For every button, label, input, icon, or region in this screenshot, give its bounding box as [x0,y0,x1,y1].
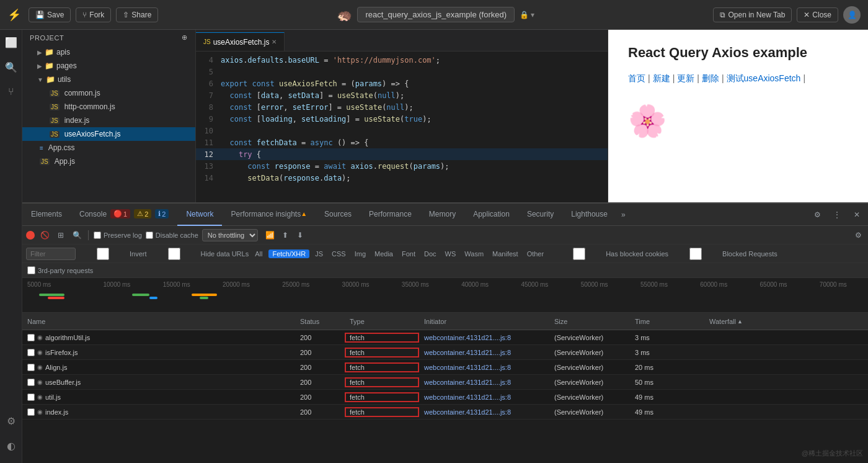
tab-console[interactable]: Console 🔴 1 ⚠ 2 ℹ 2 [71,204,177,226]
search-network-icon[interactable]: 🔍 [71,229,83,241]
table-row-2[interactable]: ◉ Align.js 200 fetch webcontainer.4131d2… [22,360,868,375]
clear-log-icon[interactable]: 🚫 [38,229,51,241]
record-button[interactable] [26,231,35,240]
filter-media-button[interactable]: Media [371,249,396,258]
has-blocked-cookies-checkbox[interactable]: Has blocked cookies [554,248,668,260]
wifi-icon[interactable]: 📶 [264,229,277,241]
row-checkbox-1[interactable] [27,349,35,356]
share-button[interactable]: ⇧ Share [116,7,158,22]
git-icon[interactable]: ⑂ [4,84,19,99]
tree-item-common-js[interactable]: JS common.js [22,86,195,100]
tab-lighthouse[interactable]: Lighthouse [562,204,616,226]
td-initiator-0[interactable]: webcontainer.4131d21....js:8 [419,334,549,341]
search-icon[interactable]: 🔍 [4,60,19,74]
nav-home-link[interactable]: 首页 [628,73,645,84]
tab-performance[interactable]: Performance [360,204,420,226]
devtools-more-icon[interactable]: ⋮ [828,206,846,223]
more-tabs-button[interactable]: » [616,210,631,219]
row-checkbox-2[interactable] [27,364,35,371]
filter-icon[interactable]: ⊞ [55,229,67,241]
tab-security[interactable]: Security [518,204,562,226]
settings-icon[interactable]: ⚙ [4,413,19,428]
blocked-requests-checkbox[interactable]: Blocked Requests [671,248,777,260]
preserve-log-input[interactable] [94,232,101,239]
th-initiator[interactable]: Initiator [419,318,549,325]
open-new-tab-button[interactable]: ⧉ Open in New Tab [713,7,792,22]
disable-cache-checkbox[interactable]: Disable cache [146,232,198,239]
row-checkbox-4[interactable] [27,393,35,401]
th-size[interactable]: Size [549,318,630,325]
settings-gear-icon[interactable]: ⚙ [808,206,826,223]
filter-other-button[interactable]: Other [524,249,547,258]
nav-new-link[interactable]: 新建 [653,73,670,84]
files-icon[interactable]: ⬜ [4,35,19,50]
td-initiator-4[interactable]: webcontainer.4131d21....js:8 [419,393,549,401]
upload-icon[interactable]: ⬆ [279,229,291,241]
td-initiator-2[interactable]: webcontainer.4131d21....js:8 [419,364,549,371]
tree-item-useAxiosFetch-js[interactable]: JS useAxiosFetch.js [22,127,195,141]
table-row-1[interactable]: ◉ isFirefox.js 200 fetch webcontainer.41… [22,345,868,360]
tree-item-http-common-js[interactable]: JS http-common.js [22,100,195,114]
td-initiator-3[interactable]: webcontainer.4131d21....js:8 [419,379,549,386]
table-row-4[interactable]: ◉ util.js 200 fetch webcontainer.4131d21… [22,390,868,405]
tab-application[interactable]: Application [464,204,518,226]
filter-wasm-button[interactable]: Wasm [461,249,487,258]
disable-cache-input[interactable] [146,232,153,239]
nav-test-link[interactable]: 测试useAxiosFetch [727,73,801,84]
row-checkbox-0[interactable] [27,334,35,341]
filter-img-button[interactable]: Img [352,249,369,258]
filter-all-button[interactable]: All [251,249,266,258]
th-status[interactable]: Status [295,318,345,325]
filter-js-button[interactable]: JS [312,249,326,258]
tree-item-utils[interactable]: ▼ 📁 utils [22,73,195,86]
fork-button[interactable]: ⑂ Fork [76,7,111,22]
nav-delete-link[interactable]: 删除 [702,73,719,84]
close-button[interactable]: ✕ Close [797,7,838,22]
th-type[interactable]: Type [345,318,419,325]
theme-icon[interactable]: ◐ [4,438,19,453]
row-checkbox-5[interactable] [27,408,35,416]
filter-doc-button[interactable]: Doc [421,249,440,258]
th-name[interactable]: Name [22,318,295,325]
tab-performance-insights[interactable]: Performance insights ▲ [222,204,316,226]
filter-fetch-xhr-button[interactable]: Fetch/XHR [268,249,309,258]
td-initiator-5[interactable]: webcontainer.4131d21....js:8 [419,408,549,416]
filter-input[interactable] [26,248,76,260]
filter-css-button[interactable]: CSS [329,249,349,258]
tree-item-app-css[interactable]: ≡ App.css [22,141,195,155]
tree-item-pages[interactable]: ▶ 📁 pages [22,59,195,73]
th-waterfall[interactable]: Waterfall ▲ [704,318,868,325]
tab-useAxiosFetch[interactable]: JS useAxiosFetch.js ✕ [196,32,285,51]
third-party-checkbox[interactable]: 3rd-party requests [27,266,93,274]
download-icon[interactable]: ⬇ [294,229,306,241]
table-row-0[interactable]: ◉ algorithmUtil.js 200 fetch webcontaine… [22,330,868,345]
sidebar-add-icon[interactable]: ⊕ [182,34,188,42]
hide-data-urls-checkbox[interactable]: Hide data URLs [149,248,249,260]
tab-memory[interactable]: Memory [420,204,464,226]
tree-item-app-js[interactable]: JS App.js [22,155,195,168]
filter-ws-button[interactable]: WS [442,249,459,258]
tab-close-icon[interactable]: ✕ [272,38,277,45]
throttle-select[interactable]: No throttling [202,229,258,241]
table-row-5[interactable]: ◉ index.js 200 fetch webcontainer.4131d2… [22,405,868,420]
table-row-3[interactable]: ◉ useBuffer.js 200 fetch webcontainer.41… [22,375,868,390]
lock-icon[interactable]: 🔒 ▾ [520,11,534,19]
timeline-mark-45000: 45000 ms [505,281,564,288]
save-button[interactable]: 💾 Save [29,7,71,22]
avatar[interactable]: 👤 [843,6,861,24]
tab-sources[interactable]: Sources [316,204,360,226]
filter-manifest-button[interactable]: Manifest [489,249,521,258]
th-time[interactable]: Time [630,318,704,325]
tree-item-index-js[interactable]: JS index.js [22,114,195,127]
network-settings-icon[interactable]: ⚙ [852,229,864,241]
filter-font-button[interactable]: Font [399,249,418,258]
row-checkbox-3[interactable] [27,379,35,386]
invert-checkbox[interactable]: Invert [78,248,147,260]
devtools-close-icon[interactable]: ✕ [848,206,866,223]
preserve-log-checkbox[interactable]: Preserve log [94,232,142,239]
tab-elements[interactable]: Elements [22,204,71,226]
tree-item-apis[interactable]: ▶ 📁 apis [22,45,195,59]
tab-network[interactable]: Network [177,204,222,226]
td-initiator-1[interactable]: webcontainer.4131d21....js:8 [419,349,549,356]
nav-update-link[interactable]: 更新 [677,73,694,84]
